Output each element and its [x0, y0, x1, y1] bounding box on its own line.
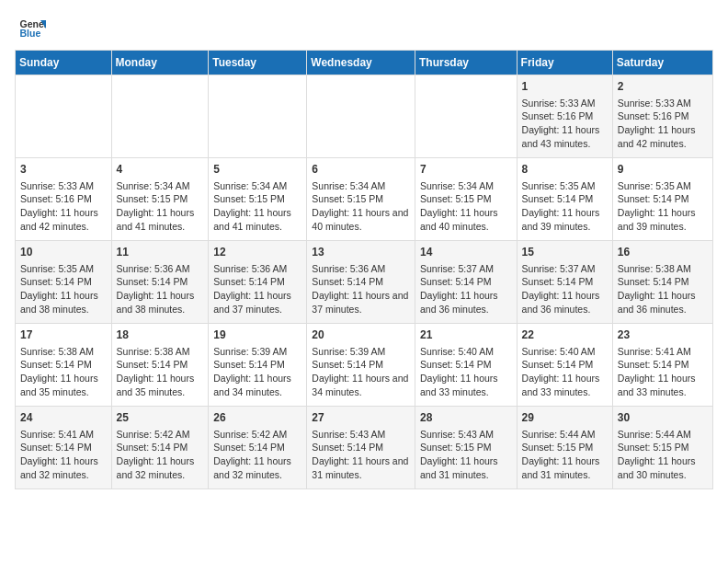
- day-info: Sunset: 5:14 PM: [117, 275, 204, 289]
- day-info: Sunrise: 5:40 AM: [420, 345, 512, 359]
- day-info: Sunrise: 5:44 AM: [618, 428, 708, 442]
- day-number: 17: [20, 327, 107, 343]
- calendar-cell: 13Sunrise: 5:36 AMSunset: 5:14 PMDayligh…: [307, 241, 415, 324]
- calendar-cell: [307, 75, 415, 158]
- calendar-cell: 1Sunrise: 5:33 AMSunset: 5:16 PMDaylight…: [517, 75, 612, 158]
- day-info: Sunset: 5:14 PM: [117, 441, 204, 454]
- day-info: Daylight: 11 hours and 36 minutes.: [618, 289, 708, 316]
- day-info: Sunrise: 5:37 AM: [420, 262, 512, 276]
- day-info: Daylight: 11 hours and 30 minutes.: [618, 454, 708, 481]
- day-number: 12: [213, 245, 301, 260]
- day-info: Sunset: 5:14 PM: [618, 192, 708, 206]
- day-info: Daylight: 11 hours and 32 minutes.: [213, 454, 301, 481]
- calendar-cell: 9Sunrise: 5:35 AMSunset: 5:14 PMDaylight…: [612, 158, 712, 241]
- day-number: 1: [522, 79, 608, 95]
- day-number: 9: [618, 162, 708, 178]
- day-info: Sunrise: 5:42 AM: [213, 428, 301, 442]
- day-number: 15: [522, 245, 608, 260]
- calendar-cell: 27Sunrise: 5:43 AMSunset: 5:14 PMDayligh…: [307, 407, 415, 489]
- calendar-cell: 26Sunrise: 5:42 AMSunset: 5:14 PMDayligh…: [209, 407, 307, 489]
- day-info: Sunset: 5:14 PM: [522, 275, 608, 289]
- svg-text:Blue: Blue: [20, 28, 41, 39]
- day-info: Daylight: 11 hours and 35 minutes.: [117, 372, 204, 398]
- calendar-cell: 5Sunrise: 5:34 AMSunset: 5:15 PMDaylight…: [209, 158, 307, 241]
- calendar-cell: 12Sunrise: 5:36 AMSunset: 5:14 PMDayligh…: [209, 241, 307, 324]
- day-info: Sunrise: 5:35 AM: [20, 262, 107, 276]
- day-info: Sunset: 5:14 PM: [522, 358, 608, 372]
- day-info: Sunrise: 5:33 AM: [522, 97, 608, 110]
- day-number: 20: [312, 327, 410, 343]
- day-header-saturday: Saturday: [612, 51, 712, 75]
- day-info: Sunrise: 5:36 AM: [312, 262, 410, 276]
- day-info: Sunset: 5:14 PM: [20, 441, 107, 454]
- day-info: Daylight: 11 hours and 33 minutes.: [522, 372, 608, 398]
- calendar-cell: 11Sunrise: 5:36 AMSunset: 5:14 PMDayligh…: [111, 241, 209, 324]
- day-number: 25: [117, 410, 204, 426]
- calendar-cell: 6Sunrise: 5:34 AMSunset: 5:15 PMDaylight…: [307, 158, 415, 241]
- page-header: General Blue: [15, 15, 713, 42]
- day-info: Daylight: 11 hours and 31 minutes.: [522, 454, 608, 481]
- day-info: Sunset: 5:14 PM: [117, 358, 204, 372]
- day-number: 11: [117, 245, 204, 260]
- calendar-cell: 10Sunrise: 5:35 AMSunset: 5:14 PMDayligh…: [16, 241, 112, 324]
- day-info: Sunset: 5:15 PM: [420, 441, 512, 454]
- day-number: 21: [420, 327, 512, 343]
- calendar-body: 1Sunrise: 5:33 AMSunset: 5:16 PMDaylight…: [16, 75, 713, 489]
- day-number: 10: [20, 245, 107, 260]
- day-info: Daylight: 11 hours and 39 minutes.: [618, 206, 708, 233]
- day-number: 3: [20, 162, 107, 178]
- day-number: 27: [312, 410, 410, 426]
- day-number: 24: [20, 410, 107, 426]
- day-info: Sunrise: 5:41 AM: [20, 428, 107, 442]
- calendar-cell: 17Sunrise: 5:38 AMSunset: 5:14 PMDayligh…: [16, 324, 112, 407]
- calendar-week-3: 10Sunrise: 5:35 AMSunset: 5:14 PMDayligh…: [16, 241, 713, 324]
- calendar-cell: 25Sunrise: 5:42 AMSunset: 5:14 PMDayligh…: [111, 407, 209, 489]
- day-number: 6: [312, 162, 410, 178]
- calendar-cell: 21Sunrise: 5:40 AMSunset: 5:14 PMDayligh…: [415, 324, 517, 407]
- day-info: Sunset: 5:15 PM: [420, 192, 512, 206]
- day-info: Daylight: 11 hours and 37 minutes.: [312, 289, 410, 316]
- day-info: Daylight: 11 hours and 33 minutes.: [618, 372, 708, 398]
- day-info: Sunrise: 5:36 AM: [213, 262, 301, 276]
- day-header-friday: Friday: [517, 51, 612, 75]
- day-info: Sunrise: 5:38 AM: [117, 345, 204, 359]
- calendar-cell: 24Sunrise: 5:41 AMSunset: 5:14 PMDayligh…: [16, 407, 112, 489]
- day-number: 4: [117, 162, 204, 178]
- day-info: Sunset: 5:14 PM: [618, 358, 708, 372]
- day-header-thursday: Thursday: [415, 51, 517, 75]
- day-info: Sunset: 5:14 PM: [618, 275, 708, 289]
- calendar-cell: 7Sunrise: 5:34 AMSunset: 5:15 PMDaylight…: [415, 158, 517, 241]
- calendar-cell: [111, 75, 209, 158]
- day-number: 2: [618, 79, 708, 95]
- day-info: Sunrise: 5:34 AM: [312, 179, 410, 193]
- day-info: Daylight: 11 hours and 38 minutes.: [117, 289, 204, 316]
- day-info: Daylight: 11 hours and 37 minutes.: [213, 289, 301, 316]
- day-info: Daylight: 11 hours and 32 minutes.: [117, 454, 204, 481]
- day-info: Sunset: 5:14 PM: [312, 441, 410, 454]
- calendar-cell: 2Sunrise: 5:33 AMSunset: 5:16 PMDaylight…: [612, 75, 712, 158]
- day-info: Daylight: 11 hours and 42 minutes.: [618, 123, 708, 150]
- day-number: 14: [420, 245, 512, 260]
- day-number: 7: [420, 162, 512, 178]
- day-info: Sunset: 5:14 PM: [20, 275, 107, 289]
- calendar-week-1: 1Sunrise: 5:33 AMSunset: 5:16 PMDaylight…: [16, 75, 713, 158]
- calendar-cell: 20Sunrise: 5:39 AMSunset: 5:14 PMDayligh…: [307, 324, 415, 407]
- day-info: Sunset: 5:14 PM: [213, 358, 301, 372]
- calendar-cell: 30Sunrise: 5:44 AMSunset: 5:15 PMDayligh…: [612, 407, 712, 489]
- day-header-monday: Monday: [111, 51, 209, 75]
- day-number: 13: [312, 245, 410, 260]
- day-info: Sunrise: 5:44 AM: [522, 428, 608, 442]
- day-number: 22: [522, 327, 608, 343]
- day-info: Daylight: 11 hours and 33 minutes.: [420, 372, 512, 398]
- day-number: 23: [618, 327, 708, 343]
- day-number: 5: [213, 162, 301, 178]
- day-info: Daylight: 11 hours and 41 minutes.: [213, 206, 301, 233]
- day-number: 30: [618, 410, 708, 426]
- day-info: Sunrise: 5:34 AM: [420, 179, 512, 193]
- day-info: Sunset: 5:14 PM: [312, 275, 410, 289]
- calendar-cell: 23Sunrise: 5:41 AMSunset: 5:14 PMDayligh…: [612, 324, 712, 407]
- day-info: Sunset: 5:15 PM: [618, 441, 708, 454]
- day-header-wednesday: Wednesday: [307, 51, 415, 75]
- day-info: Daylight: 11 hours and 35 minutes.: [20, 372, 107, 398]
- calendar-cell: [415, 75, 517, 158]
